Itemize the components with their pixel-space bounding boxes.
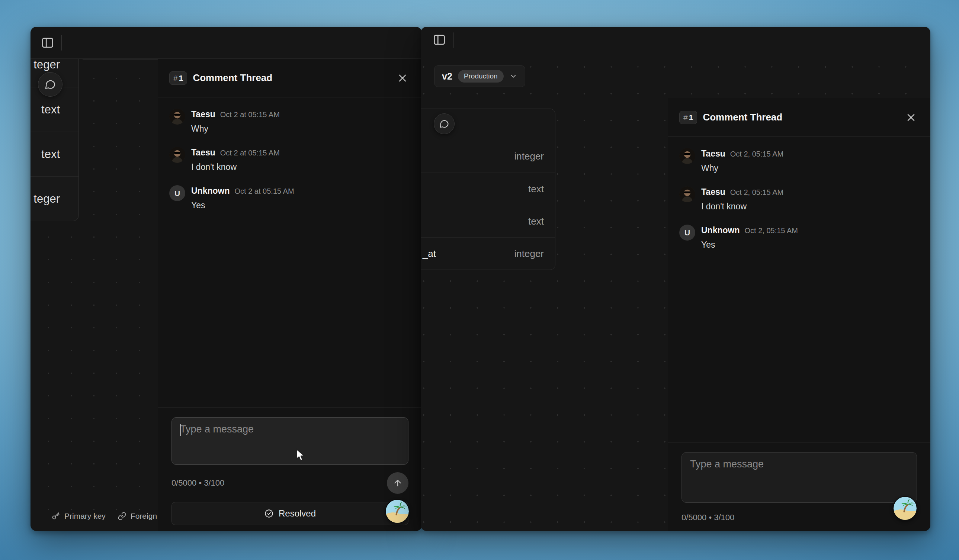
user-avatar (679, 148, 695, 164)
field-type: integer (515, 151, 544, 162)
panel-header: # 1 Comment Thread (668, 98, 930, 137)
close-panel-button[interactable] (394, 70, 411, 86)
comment-timestamp: Oct 2, 05:15 AM (745, 225, 798, 236)
version-label: v2 (442, 71, 452, 82)
comment-message: U UnknownOct 2, 05:15 AM Yes (679, 224, 919, 250)
field-type: integer (515, 248, 544, 259)
link-icon (118, 512, 126, 520)
comment-text: I don't know (191, 161, 280, 173)
panel-title: Comment Thread (703, 111, 782, 123)
table-field-row[interactable]: integer (421, 140, 555, 173)
character-counter: 0/5000 • 3/100 (682, 513, 734, 522)
comment-text: Yes (701, 239, 798, 250)
comment-author: Taesu (191, 147, 215, 158)
panel-header: # 1 Comment Thread (158, 59, 422, 97)
close-panel-button[interactable] (903, 109, 919, 126)
table-field-row[interactable]: teger (30, 176, 78, 221)
composer-meta: 0/5000 • 3/100 (682, 510, 917, 525)
thread-number-badge: # 1 (169, 72, 187, 85)
comment-text: Why (701, 162, 784, 173)
comment-message: TaesuOct 2 at 05:15 AM I don't know (169, 147, 411, 173)
table-node-edge-fragment (83, 59, 158, 59)
schema-editor-window-front: v2 Production integer text (421, 27, 930, 531)
toolbar-divider (454, 32, 454, 48)
text-caret (180, 424, 181, 436)
comment-timestamp: Oct 2, 05:15 AM (730, 148, 784, 159)
version-switcher-button[interactable]: v2 Production (434, 65, 525, 87)
comment-thread-panel: # 1 Comment Thread TaesuOct 2, 05:15 AM … (668, 98, 930, 531)
comment-message: TaesuOct 2, 05:15 AM Why (679, 148, 919, 173)
close-icon (906, 112, 916, 123)
send-message-button[interactable] (387, 472, 408, 494)
field-type: text (41, 103, 60, 116)
table-field-row[interactable]: text (421, 205, 555, 237)
sidebar-toggle-button[interactable] (432, 33, 447, 48)
panel-left-icon (433, 33, 446, 46)
user-avatar (679, 186, 695, 202)
comment-thread-panel: # 1 Comment Thread TaesuOct 2 at 05:15 A… (158, 59, 422, 531)
comment-message: U UnknownOct 2 at 05:15 AM Yes (169, 185, 411, 211)
message-composer: 0/5000 • 3/100 Resolved (158, 407, 422, 531)
message-circle-icon (44, 78, 56, 91)
table-node[interactable]: integer text text _at integer (421, 108, 555, 270)
schema-editor-window-back: teger text text teger Primary key Foreig… (30, 27, 422, 531)
comment-text: Yes (191, 200, 294, 211)
panel-left-icon (41, 36, 54, 49)
user-avatar (169, 108, 185, 124)
close-icon (397, 73, 408, 83)
comment-message: TaesuOct 2, 05:15 AM I don't know (679, 186, 919, 212)
composer-meta: 0/5000 • 3/100 (172, 472, 408, 494)
key-legend: Primary key Foreign (51, 512, 157, 520)
arrow-up-icon (393, 478, 403, 488)
hash-icon: # (174, 74, 178, 83)
comment-author: Unknown (701, 224, 740, 236)
legend-primary-key: Primary key (51, 512, 106, 520)
message-composer: 0/5000 • 3/100 (668, 442, 930, 531)
field-name: _at (421, 248, 436, 259)
message-circle-icon (439, 119, 449, 129)
comment-message-list: TaesuOct 2 at 05:15 AM Why TaesuOct 2 at… (158, 97, 422, 407)
toolbar (30, 27, 422, 59)
legend-foreign-key: Foreign (118, 512, 157, 520)
hash-icon: # (683, 113, 688, 122)
environment-badge: Production (458, 70, 504, 83)
check-circle-icon (264, 509, 274, 519)
table-field-row[interactable]: _at integer (421, 237, 555, 270)
toolbar-divider (61, 35, 62, 51)
comment-author: Unknown (191, 185, 230, 196)
comment-author: Taesu (701, 148, 725, 159)
toolbar (421, 27, 930, 59)
thread-number-badge: # 1 (679, 111, 697, 124)
message-input[interactable] (172, 417, 408, 465)
field-type: teger (33, 59, 60, 72)
field-type: text (528, 183, 544, 195)
table-field-row[interactable]: text (30, 132, 78, 176)
field-type: teger (33, 192, 60, 206)
legend-label: Foreign (131, 512, 157, 520)
table-field-row[interactable]: text (421, 173, 555, 205)
panel-title: Comment Thread (193, 72, 272, 84)
comment-text: I don't know (701, 201, 784, 212)
comment-timestamp: Oct 2 at 05:15 AM (235, 186, 294, 197)
field-type: text (528, 216, 544, 227)
sidebar-toggle-button[interactable] (40, 36, 55, 51)
comment-author: Taesu (701, 186, 725, 197)
chevron-down-icon (509, 72, 518, 80)
comment-text: Why (191, 123, 280, 134)
legend-label: Primary key (64, 512, 106, 520)
collaborator-presence-avatar (893, 496, 918, 520)
comment-thread-button[interactable] (38, 72, 62, 97)
collaborator-presence-avatar (385, 499, 409, 523)
field-type: text (41, 148, 60, 161)
table-node-header (421, 109, 555, 140)
comment-thread-button[interactable] (434, 113, 455, 134)
user-avatar: U (679, 224, 695, 240)
comment-message-list: TaesuOct 2, 05:15 AM Why TaesuOct 2, 05:… (668, 137, 930, 442)
key-icon (51, 512, 60, 520)
user-avatar: U (169, 185, 185, 201)
comment-timestamp: Oct 2, 05:15 AM (730, 187, 784, 198)
comment-message: TaesuOct 2 at 05:15 AM Why (169, 108, 411, 134)
character-counter: 0/5000 • 3/100 (172, 478, 224, 488)
message-input[interactable] (682, 452, 917, 503)
resolve-thread-button[interactable]: Resolved (172, 502, 408, 525)
